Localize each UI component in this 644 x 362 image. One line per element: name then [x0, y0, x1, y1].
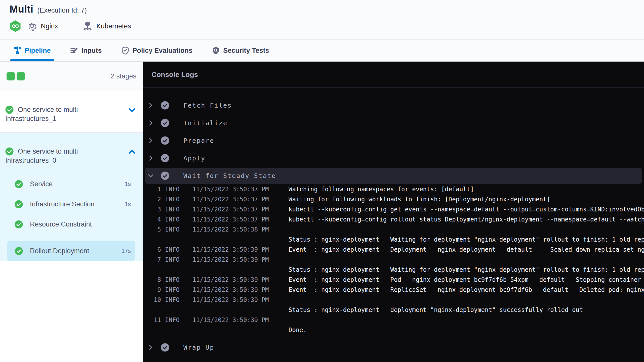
- log-line-number: [143, 235, 161, 245]
- tab-policy-evaluations[interactable]: Policy Evaluations: [118, 40, 196, 61]
- log-line-number: [143, 265, 161, 275]
- stage-title: One service to multi Infrastructures_1: [5, 105, 137, 123]
- harness-cd-icon: [10, 20, 21, 32]
- log-level: INFO: [161, 255, 183, 265]
- log-message: Event : nginx-deployment Pod nginx-deplo…: [279, 275, 644, 285]
- log-line: 5INFO11/15/2022 3:50:38 PM: [143, 224, 644, 235]
- stage-name-line2: Infrastructures_1: [5, 114, 137, 123]
- log-message: Status : nginx-deployment deployment "ng…: [279, 305, 644, 315]
- log-message: Event : nginx-deployment Deployment ngin…: [279, 245, 644, 255]
- chevron-right-icon: [148, 138, 154, 144]
- log-line-number: 2: [143, 194, 161, 204]
- success-check-icon: [161, 136, 169, 145]
- success-check-icon: [161, 154, 169, 162]
- success-check-icon: [15, 220, 23, 229]
- log-level: INFO: [161, 194, 183, 204]
- log-section-wait-for-steady-state[interactable]: Wait for Steady State: [145, 168, 642, 184]
- log-line: 8INFO11/15/2022 3:50:39 PMEvent : nginx-…: [143, 275, 644, 285]
- stages-sidebar: 2 stages One service to multi Infrastruc…: [0, 62, 143, 362]
- log-line-number: 3: [143, 204, 161, 214]
- chevron-right-icon: [148, 344, 154, 350]
- tab-policy-evaluations-label: Policy Evaluations: [133, 47, 193, 55]
- log-message: Event : nginx-deployment ReplicaSet ngin…: [279, 285, 644, 295]
- stage-item-infrastructures-0[interactable]: One service to multi Infrastructures_0 S…: [0, 132, 143, 261]
- log-line: 4INFO11/15/2022 3:50:37 PMkubectl --kube…: [143, 214, 644, 224]
- chevron-down-icon[interactable]: [128, 108, 136, 113]
- stage-name-line1: One service to multi: [18, 147, 78, 156]
- stage-status-square[interactable]: [7, 72, 15, 80]
- log-line-number: 8: [143, 275, 161, 285]
- tab-security-tests[interactable]: Security Tests: [209, 40, 273, 61]
- log-line-number: 1: [143, 184, 161, 194]
- step-row-rollout-deployment[interactable]: Rollout Deployment 17s: [7, 241, 135, 261]
- chevron-right-icon: [148, 102, 154, 108]
- log-line-number: 11: [143, 315, 161, 325]
- log-line-number: 9: [143, 285, 161, 295]
- success-check-icon: [15, 180, 23, 188]
- log-timestamp: [183, 265, 279, 275]
- log-line-number: 4: [143, 214, 161, 224]
- service-meta: Nginx: [27, 21, 58, 31]
- step-row-service[interactable]: Service 1s: [5, 174, 137, 194]
- log-line-number: 7: [143, 255, 161, 265]
- log-section-apply[interactable]: Apply: [143, 149, 644, 167]
- log-line: 2INFO11/15/2022 3:50:37 PMWaiting for fo…: [143, 194, 644, 204]
- log-line: 10INFO11/15/2022 3:50:39 PM: [143, 295, 644, 305]
- chevron-down-icon: [148, 173, 154, 179]
- log-timestamp: 11/15/2022 3:50:37 PM: [183, 204, 279, 214]
- chevron-right-icon: [148, 120, 154, 126]
- log-line: 9INFO11/15/2022 3:50:39 PMEvent : nginx-…: [143, 285, 644, 295]
- stage-item-infrastructures-1[interactable]: One service to multi Infrastructures_1: [0, 91, 143, 132]
- log-timestamp: 11/15/2022 3:50:39 PM: [183, 245, 279, 255]
- success-check-icon: [161, 101, 169, 110]
- pipeline-icon: [14, 47, 21, 55]
- step-row-infrastructure-section[interactable]: Infrastructure Section 1s: [5, 194, 137, 214]
- log-message: [279, 315, 644, 325]
- log-section-label: Prepare: [183, 137, 214, 144]
- step-duration: 1s: [125, 181, 131, 188]
- chevron-up-icon[interactable]: [128, 149, 136, 154]
- step-name: Service: [30, 180, 53, 188]
- execution-header: Multi (Execution Id: 7) Nginx: [0, 0, 644, 40]
- success-check-icon: [5, 147, 14, 156]
- log-section-wrap-up[interactable]: Wrap Up: [143, 339, 644, 356]
- log-message: kubectl --kubeconfig=config rollout stat…: [279, 214, 644, 224]
- log-message: [279, 255, 644, 265]
- log-message: Done.: [279, 325, 644, 335]
- tab-security-tests-label: Security Tests: [223, 47, 269, 55]
- log-section-fetch-files[interactable]: Fetch Files: [143, 97, 644, 114]
- log-level: INFO: [161, 214, 183, 224]
- console-log-viewer[interactable]: Fetch Files Initialize Prepare: [143, 88, 644, 356]
- service-gear-icon: [27, 21, 37, 31]
- kubernetes-infrastructure-icon: [82, 21, 93, 31]
- log-line: 7INFO11/15/2022 3:50:39 PM: [143, 255, 644, 265]
- log-timestamp: 11/15/2022 3:50:39 PM: [183, 315, 279, 325]
- tab-pipeline-label: Pipeline: [25, 47, 51, 55]
- stage-title: One service to multi Infrastructures_0: [5, 147, 137, 165]
- step-row-resource-constraint[interactable]: Resource Constraint: [5, 214, 137, 234]
- log-level: INFO: [161, 204, 183, 214]
- log-line-number: [143, 305, 161, 315]
- step-name: Resource Constraint: [30, 220, 92, 228]
- service-name-label: Nginx: [41, 22, 58, 30]
- policy-shield-check-icon: [122, 47, 129, 55]
- log-level: INFO: [161, 184, 183, 194]
- log-line-number: 5: [143, 224, 161, 235]
- tab-inputs-label: Inputs: [82, 47, 102, 55]
- success-check-icon: [161, 343, 169, 352]
- tab-pipeline[interactable]: Pipeline: [10, 40, 54, 61]
- log-section-initialize[interactable]: Initialize: [143, 114, 644, 132]
- log-section-label: Initialize: [183, 119, 228, 127]
- log-section-prepare[interactable]: Prepare: [143, 132, 644, 149]
- log-line: 3INFO11/15/2022 3:50:37 PMkubectl --kube…: [143, 204, 644, 214]
- environment-name-label: Kubernetes: [96, 22, 131, 30]
- console-panel: Console Logs Fetch Files Initialize: [143, 62, 644, 362]
- log-level: [161, 235, 183, 245]
- log-section-label: Wait for Steady State: [183, 172, 276, 179]
- step-name: Infrastructure Section: [30, 200, 95, 208]
- log-level: [161, 325, 183, 335]
- log-level: INFO: [161, 285, 183, 295]
- stage-status-square[interactable]: [17, 72, 25, 80]
- tab-inputs[interactable]: Inputs: [67, 40, 105, 61]
- success-check-icon: [15, 247, 23, 255]
